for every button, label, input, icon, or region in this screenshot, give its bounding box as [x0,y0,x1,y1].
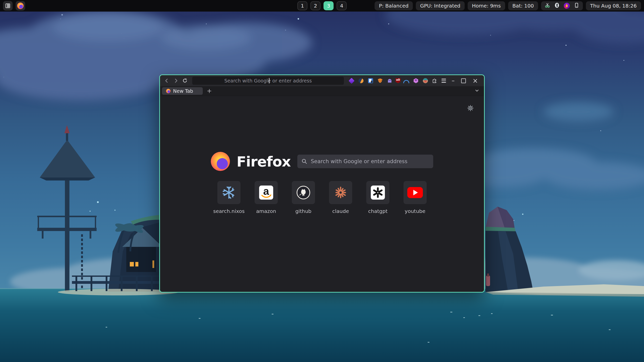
claude-starburst-icon [334,186,348,200]
clipboard-scissors-icon[interactable] [545,3,550,9]
tab-favicon-firefox-icon [166,89,171,93]
app-launcher-button[interactable] [3,1,13,11]
tab-new-tab[interactable]: New Tab [162,87,203,95]
ocean [0,289,644,362]
new-tab-plus-button[interactable]: + [207,87,212,95]
firefox-wordmark: Firefox [236,153,291,170]
reload-button[interactable] [181,76,189,85]
tile-label: claude [332,208,349,214]
firefox-logo [211,152,230,171]
youtube-icon [407,187,423,198]
tile-label: youtube [405,208,425,214]
menu-hamburger-button[interactable] [439,76,448,85]
shortcut-github[interactable]: github [291,181,315,214]
navigation-toolbar: Search with Google or enter address [160,75,484,86]
maximize-button[interactable] [461,78,466,83]
ping-label: Home: 9ms [472,3,501,9]
workspace-label: 1 [301,3,304,9]
ublock-badge-text: uO [396,78,400,81]
amazon-icon: a [259,186,273,200]
desktop: 1 2 3 4 P: Balanced GPU: Integrated Home… [0,0,644,362]
openai-icon [371,186,385,200]
new-tab-page: Firefox [160,96,484,292]
app-grid-icon [5,3,11,9]
newtab-search-field[interactable] [297,155,433,168]
gpu-pill[interactable]: GPU: Integrated [416,1,465,10]
workspace-label: 2 [314,3,317,9]
url-placeholder: Search with Google or enter address [224,78,312,83]
tab-title: New Tab [173,88,193,94]
shortcut-youtube[interactable]: youtube [403,181,427,214]
dark-reader-extension-icon[interactable] [357,77,365,84]
status-pills: P: Balanced GPU: Integrated Home: 9ms Ba… [375,1,641,10]
firefox-icon [17,3,24,9]
workspace-button-4[interactable]: 4 [337,1,347,10]
ghost-extension-icon[interactable] [386,77,393,84]
tile-label: search.nixos [213,208,245,214]
workspace-label: 4 [340,3,343,9]
password-lock-extension-icon[interactable] [367,77,374,84]
tab-bar: New Tab + [160,86,484,96]
newtab-hero: Firefox [160,152,484,171]
url-bar[interactable]: Search with Google or enter address [192,77,344,85]
hexagon-flake-extension-icon[interactable]: * [412,77,420,84]
power-profile-pill[interactable]: P: Balanced [375,1,413,10]
tile-label: chatgpt [368,208,387,214]
workspace-button-1[interactable]: 1 [297,1,307,10]
close-button[interactable]: × [472,77,478,84]
battery-pill[interactable]: Bat: 100 [508,1,538,10]
shortcut-chatgpt[interactable]: chatgpt [366,181,390,214]
battery-label: Bat: 100 [512,3,534,9]
left-island [108,215,163,292]
shortcut-amazon[interactable]: a amazon [254,181,278,214]
phone-icon[interactable] [574,3,579,9]
power-profile-label: P: Balanced [379,3,409,9]
ublock-origin-extension-icon[interactable]: uO [395,78,400,83]
status-bar: 1 2 3 4 P: Balanced GPU: Integrated Home… [0,0,644,12]
workspace-button-2[interactable]: 2 [310,1,320,10]
avatar-glasses-extension-icon[interactable] [422,77,429,84]
text-caret [269,78,269,83]
metamask-fox-extension-icon[interactable] [376,77,384,84]
shortcut-tiles: search.nixos a amazon [160,181,484,214]
minimize-button[interactable]: – [452,78,455,84]
vpn-arc-extension-icon[interactable] [403,77,410,84]
shortcut-claude[interactable]: claude [329,181,353,214]
forward-button[interactable] [172,76,180,85]
firefox-window: Search with Google or enter address [159,74,485,293]
bluetooth-icon[interactable] [554,3,560,9]
workspace-switcher: 1 2 3 4 [297,0,347,12]
search-icon [301,158,307,164]
svg-text:a: a [263,186,269,197]
tile-label: github [295,208,311,214]
tab-list-chevron-button[interactable] [474,88,479,94]
workspace-label: 3 [327,3,330,9]
purple-diamond-extension-icon[interactable] [348,77,355,84]
gpu-label: GPU: Integrated [420,3,460,9]
system-tray [541,1,583,10]
ping-pill[interactable]: Home: 9ms [468,1,505,10]
tile-label: amazon [256,208,276,214]
nixos-snowflake-icon [222,186,236,200]
workspace-button-3-active[interactable]: 3 [324,1,334,10]
flame-icon[interactable] [564,3,570,9]
clock-label: Thu Aug 08, 18:26 [590,3,637,9]
clock-pill[interactable]: Thu Aug 08, 18:26 [586,1,641,10]
extensions-puzzle-button[interactable] [430,76,439,85]
newtab-search-input[interactable] [310,158,429,165]
back-button[interactable] [163,76,171,85]
window-controls: – × [452,77,478,84]
settings-gear-button[interactable] [467,105,474,113]
github-icon [296,185,311,200]
shortcut-search-nixos[interactable]: search.nixos [217,181,241,214]
firefox-launcher-button[interactable] [16,1,25,11]
